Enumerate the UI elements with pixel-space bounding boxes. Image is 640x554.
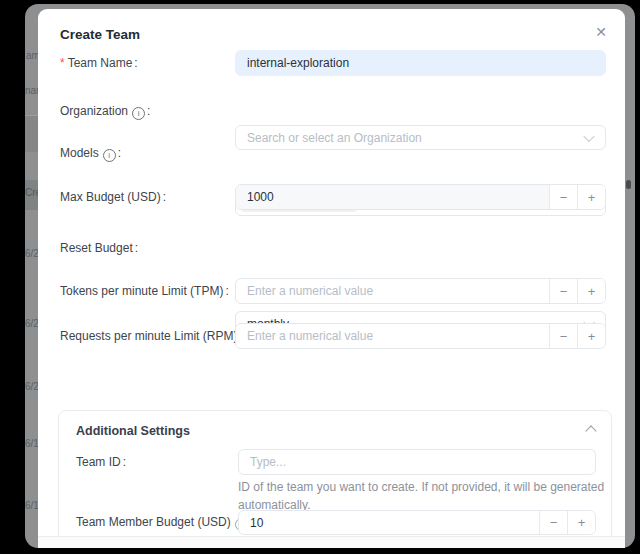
backdrop-date-fragment: 6/1 <box>25 500 39 511</box>
team-id-label: Team ID: <box>76 449 126 475</box>
chevron-up-icon[interactable] <box>585 425 596 436</box>
additional-settings-card: Additional Settings Team ID: Type... ID … <box>58 410 612 548</box>
modal-title: Create Team <box>60 27 140 42</box>
rpm-label: Requests per minute Limit (RPM): <box>60 323 243 349</box>
models-label: Modelsi: <box>60 141 121 165</box>
team-name-value: internal-exploration <box>247 56 349 70</box>
chevron-down-icon <box>583 130 594 141</box>
decrement-button[interactable]: − <box>549 279 577 303</box>
increment-button[interactable]: + <box>577 279 605 303</box>
increment-button[interactable]: + <box>577 324 605 348</box>
decrement-button[interactable]: − <box>549 185 577 209</box>
backdrop-row-block <box>25 116 38 152</box>
max-budget-label: Max Budget (USD): <box>60 184 166 210</box>
team-id-help-text: ID of the team you want to create. If no… <box>238 478 616 514</box>
increment-button[interactable]: + <box>577 185 605 209</box>
team-id-placeholder: Type... <box>250 455 286 469</box>
max-budget-input[interactable]: 1000 <box>236 185 549 209</box>
backdrop-date-fragment: 6/2 <box>25 248 39 259</box>
backdrop-date-fragment: 6/2 <box>25 318 39 329</box>
team-member-budget-stepper: 10 − + <box>238 510 596 535</box>
team-name-label: *Team Name: <box>60 50 138 76</box>
tpm-label: Tokens per minute Limit (TPM): <box>60 278 229 304</box>
organization-select[interactable]: Search or select an Organization <box>235 125 606 150</box>
backdrop-date-fragment: 6/2 <box>25 381 39 392</box>
close-icon[interactable]: ✕ <box>591 22 611 42</box>
team-name-input[interactable]: internal-exploration <box>235 50 606 76</box>
reset-budget-label: Reset Budget: <box>60 236 138 261</box>
required-mark: * <box>60 56 65 70</box>
team-id-input[interactable]: Type... <box>238 449 596 475</box>
increment-button[interactable]: + <box>567 511 595 534</box>
create-team-modal: Create Team ✕ *Team Name: internal-explo… <box>38 9 625 548</box>
decrement-button[interactable]: − <box>539 511 567 534</box>
team-member-budget-label: Team Member Budget (USD)?: <box>76 510 253 535</box>
team-member-budget-input[interactable]: 10 <box>239 511 539 534</box>
rpm-stepper: Enter a numerical value − + <box>235 323 606 349</box>
decrement-button[interactable]: − <box>549 324 577 348</box>
info-icon[interactable]: i <box>103 149 116 162</box>
tpm-stepper: Enter a numerical value − + <box>235 278 606 304</box>
scrollbar-thumb[interactable] <box>626 180 631 189</box>
max-budget-stepper: 1000 − + <box>235 184 606 210</box>
dimmed-background-page: am nar Cre 6/2 6/2 6/2 6/1 6/1 Create Te… <box>25 4 635 548</box>
backdrop-date-fragment: 6/1 <box>25 438 39 449</box>
organization-placeholder: Search or select an Organization <box>247 131 422 145</box>
rpm-input[interactable]: Enter a numerical value <box>236 324 549 348</box>
tpm-input[interactable]: Enter a numerical value <box>236 279 549 303</box>
additional-settings-title: Additional Settings <box>76 424 190 438</box>
organization-label: Organizationi: <box>60 99 150 124</box>
modal-footer <box>38 536 625 548</box>
info-icon[interactable]: i <box>132 107 145 120</box>
